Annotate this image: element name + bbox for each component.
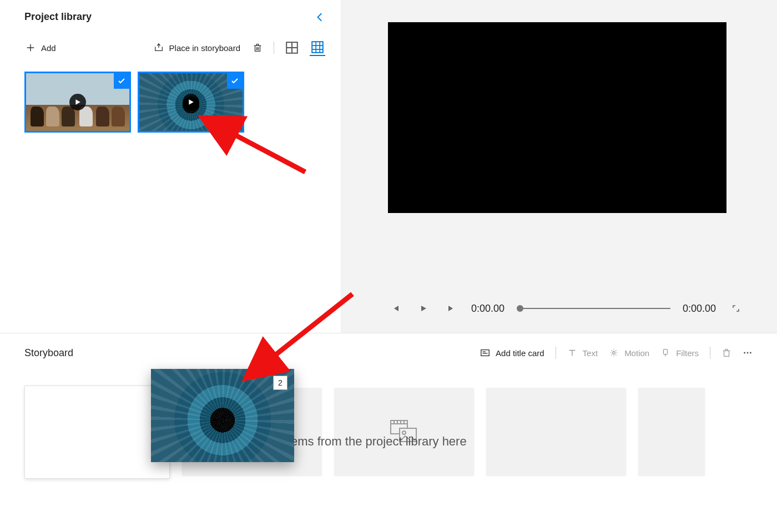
player-controls: 0:00.00 0:00.00 — [370, 301, 744, 316]
svg-rect-4 — [664, 349, 668, 354]
play-overlay-icon — [69, 94, 86, 110]
motion-button[interactable]: Motion — [609, 348, 649, 358]
storyboard-slot[interactable] — [24, 386, 170, 479]
project-library-panel: Project library Add Place in storyboard — [0, 0, 341, 333]
storyboard-drop-slot[interactable] — [334, 388, 474, 475]
drop-hint-text: ems from the project library here — [291, 434, 467, 449]
title-card-icon — [480, 348, 490, 358]
collapse-library-button[interactable] — [315, 12, 325, 22]
filters-icon — [660, 348, 670, 358]
storyboard-title: Storyboard — [24, 347, 73, 359]
plus-icon — [26, 43, 36, 53]
seek-track[interactable] — [517, 308, 670, 309]
svg-point-3 — [613, 352, 615, 354]
play-overlay-icon — [183, 94, 199, 110]
dragged-clip-ghost[interactable]: 2 — [151, 369, 294, 462]
motion-icon — [609, 348, 619, 358]
previous-frame-button[interactable] — [388, 301, 403, 316]
library-toolbar: Add Place in storyboard — [24, 39, 325, 56]
small-grid-view-button[interactable] — [310, 39, 325, 56]
place-button-label: Place in storyboard — [169, 43, 240, 53]
fullscreen-button[interactable] — [728, 301, 744, 316]
trash-icon — [722, 348, 731, 358]
svg-point-7 — [750, 352, 751, 354]
selected-check-icon — [114, 73, 129, 89]
storyboard-slot[interactable] — [638, 388, 705, 475]
filters-button[interactable]: Filters — [660, 348, 699, 358]
text-button[interactable]: Text — [567, 348, 598, 358]
library-item-1[interactable] — [24, 72, 131, 133]
svg-point-5 — [744, 352, 745, 354]
storyboard-more-button[interactable] — [743, 348, 753, 358]
add-button-label: Add — [41, 43, 56, 53]
drag-count-badge: 2 — [273, 376, 287, 390]
storyboard-slots[interactable]: ems from the project library here — [24, 388, 753, 479]
svg-rect-2 — [481, 350, 489, 356]
large-grid-view-button[interactable] — [284, 40, 300, 55]
grid-2x2-icon — [284, 40, 300, 55]
library-item-2[interactable] — [138, 72, 244, 133]
grid-3x3-icon — [310, 39, 325, 55]
more-icon — [743, 348, 753, 358]
preview-canvas[interactable] — [388, 22, 726, 213]
add-button[interactable]: Add — [24, 40, 57, 55]
place-icon — [154, 43, 164, 53]
toolbar-separator — [274, 42, 274, 54]
total-time: 0:00.00 — [683, 303, 716, 315]
svg-rect-1 — [312, 42, 323, 53]
current-time: 0:00.00 — [471, 303, 504, 315]
next-frame-button[interactable] — [443, 301, 459, 316]
library-title: Project library — [24, 11, 92, 23]
delete-button[interactable] — [251, 40, 264, 55]
add-title-card-button[interactable]: Add title card — [480, 348, 544, 358]
svg-point-6 — [747, 352, 749, 354]
selected-check-icon — [227, 73, 243, 89]
preview-panel: 0:00.00 0:00.00 — [341, 0, 777, 333]
storyboard-slot[interactable] — [486, 388, 626, 475]
trash-icon — [253, 43, 263, 53]
storyboard-panel: Storyboard Add title card Text Motion — [0, 333, 777, 479]
place-in-storyboard-button[interactable]: Place in storyboard — [153, 40, 241, 55]
play-button[interactable] — [416, 301, 431, 316]
storyboard-delete-button[interactable] — [722, 348, 731, 358]
text-icon — [567, 348, 577, 358]
